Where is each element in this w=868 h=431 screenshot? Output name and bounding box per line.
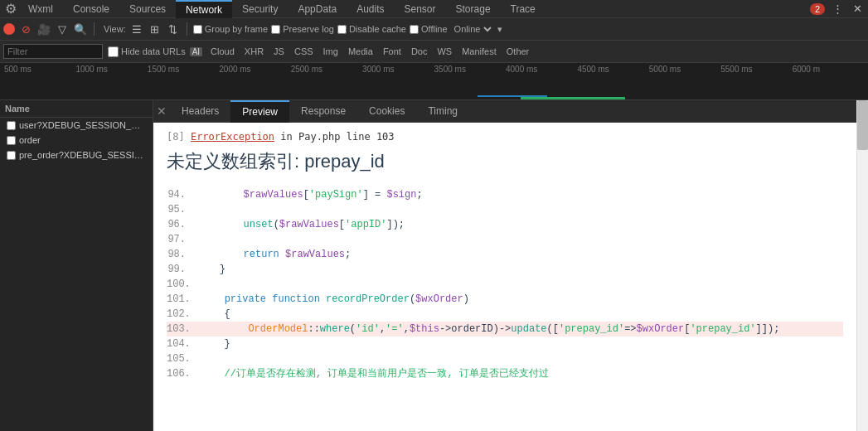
timeline-labels: 500 ms 1000 ms 1500 ms 2000 ms 2500 ms 3… [0,65,868,74]
tab-sensor[interactable]: Sensor [395,0,446,18]
offline-checkbox[interactable] [410,25,419,34]
code-line-97: 97. [167,232,843,247]
sidebar-name-label: Name [5,104,30,114]
tab-wxml[interactable]: Wxml [18,0,63,18]
sidebar-item-2[interactable]: order [0,133,153,148]
sidebar-header: Name [0,100,153,118]
timeline-blue-line [478,95,547,97]
top-right-controls: 2 ⋮ ✕ [810,2,865,17]
code-line-105: 105. [167,351,843,366]
hide-urls-checkbox[interactable] [108,46,119,57]
sidebar-item-1[interactable]: user?XDEBUG_SESSION_ST... [0,118,153,133]
tab-security[interactable]: Security [232,0,288,18]
error-exception: ErrorException [191,131,274,143]
separator-1 [94,22,95,36]
tab-trace[interactable]: Trace [501,0,546,18]
main-area: Name user?XDEBUG_SESSION_ST... order pre… [0,100,868,431]
disable-cache-checkbox[interactable] [337,25,347,34]
code-line-106: 106. //订单是否存在检测, 订单是和当前用户是否一致, 订单是否已经支付过 [167,366,843,381]
sidebar-item-1-checkbox[interactable] [7,121,16,130]
code-line-96: 96. unset($rawValues['appID']); [167,217,843,232]
code-line-102: 102. { [167,307,843,322]
error-title: [8] ErrorException in Pay.php line 103 [167,131,843,143]
disable-cache-label[interactable]: Disable cache [337,24,406,34]
error-badge: 2 [810,3,825,15]
filter-tag-ws[interactable]: WS [434,46,455,57]
sidebar-item-2-text: order [19,135,41,145]
sidebar-item-3[interactable]: pre_order?XDEBUG_SESSIO... [0,148,153,162]
preview-tab-headers[interactable]: Headers [170,100,230,123]
code-line-100: 100. [167,277,843,292]
filter-tag-font[interactable]: Font [380,46,405,57]
code-line-99: 99. } [167,262,843,277]
timeline-label-4000: 4000 ms [506,65,577,74]
filter-input[interactable] [3,44,103,59]
more-options-button[interactable]: ⋮ [830,2,845,17]
tab-storage[interactable]: Storage [446,0,501,18]
preview-tab-response[interactable]: Response [289,100,357,123]
filter-tag-media[interactable]: Media [345,46,376,57]
filter-tag-cloud[interactable]: Cloud [207,46,238,57]
devtools-logo[interactable]: ⚙ [3,2,18,17]
filter-tag-doc[interactable]: Doc [408,46,431,57]
tab-console[interactable]: Console [63,0,119,18]
view-grid-button[interactable]: ⊞ [148,22,162,36]
offline-text: Offline [421,24,448,34]
preview-tab-cookies[interactable]: Cookies [357,100,416,123]
filter-tag-manifest[interactable]: Manifest [458,46,500,57]
group-by-frame-checkbox[interactable] [193,25,202,34]
tab-network[interactable]: Network [176,0,232,18]
group-by-frame-label[interactable]: Group by frame [193,24,268,34]
code-line-101: 101. private function recordPreOrder($wx… [167,292,843,307]
filter-tag-xhr[interactable]: XHR [241,46,267,57]
filter-tag-js[interactable]: JS [270,46,288,57]
disable-cache-text: Disable cache [349,24,406,34]
preserve-log-label[interactable]: Preserve log [271,24,334,34]
timeline-green-line [521,97,625,99]
preview-tabs: ✕ Headers Preview Response Cookies Timin… [153,100,856,123]
preview-tab-timing[interactable]: Timing [416,100,469,123]
tab-sources[interactable]: Sources [119,0,176,18]
timeline-label-1500: 1500 ms [148,65,219,74]
close-button[interactable]: ✕ [850,2,865,17]
tab-audits[interactable]: Audits [347,0,394,18]
preview-close-button[interactable]: ✕ [153,100,170,123]
view-arrows-button[interactable]: ⇅ [166,22,181,36]
tab-appdata[interactable]: AppData [288,0,347,18]
timeline-label-3500: 3500 ms [434,65,506,74]
sidebar-item-3-checkbox[interactable] [7,151,16,160]
timeline-label-4500: 4500 ms [577,65,648,74]
scrollbar-thumb[interactable] [857,100,868,150]
view-list-button[interactable]: ☰ [129,22,144,36]
code-line-98: 98. return $rawValues; [167,247,843,262]
online-select[interactable]: Online [451,23,494,35]
code-line-104: 104. } [167,337,843,351]
preview-tab-preview[interactable]: Preview [230,100,289,123]
filter-tag-css[interactable]: CSS [291,46,317,57]
sidebar-item-2-checkbox[interactable] [7,136,16,145]
error-message: 未定义数组索引: prepay_id [167,149,843,174]
hide-urls-label[interactable]: Hide data URLs AI [108,46,202,57]
view-label: View: [104,24,126,34]
scrollbar[interactable] [856,100,868,431]
filter-button[interactable]: ▽ [55,22,70,36]
record-button[interactable] [3,23,15,35]
filter-tag-img[interactable]: Img [320,46,342,57]
timeline-label-6000: 6000 m [793,65,864,74]
network-toolbar: ⊘ 🎥 ▽ 🔍 View: ☰ ⊞ ⇅ Group by frame Prese… [0,18,868,41]
search-button[interactable]: 🔍 [73,22,88,36]
timeline-label-5000: 5000 ms [649,65,720,74]
preview-content[interactable]: [8] ErrorException in Pay.php line 103 未… [153,123,856,431]
filter-tag-other[interactable]: Other [503,46,533,57]
timeline-bar: 500 ms 1000 ms 1500 ms 2000 ms 2500 ms 3… [0,63,868,100]
timeline-label-3000: 3000 ms [362,65,434,74]
group-by-frame-text: Group by frame [205,24,268,34]
ai-badge: AI [190,47,202,56]
preserve-log-checkbox[interactable] [271,25,280,34]
camera-button[interactable]: 🎥 [36,22,51,36]
timeline-label-2500: 2500 ms [291,65,362,74]
timeline-label-5500: 5500 ms [720,65,792,74]
dropdown-arrow-icon: ▾ [497,24,502,35]
stop-button[interactable]: ⊘ [18,22,33,36]
offline-label[interactable]: Offline [410,24,448,34]
